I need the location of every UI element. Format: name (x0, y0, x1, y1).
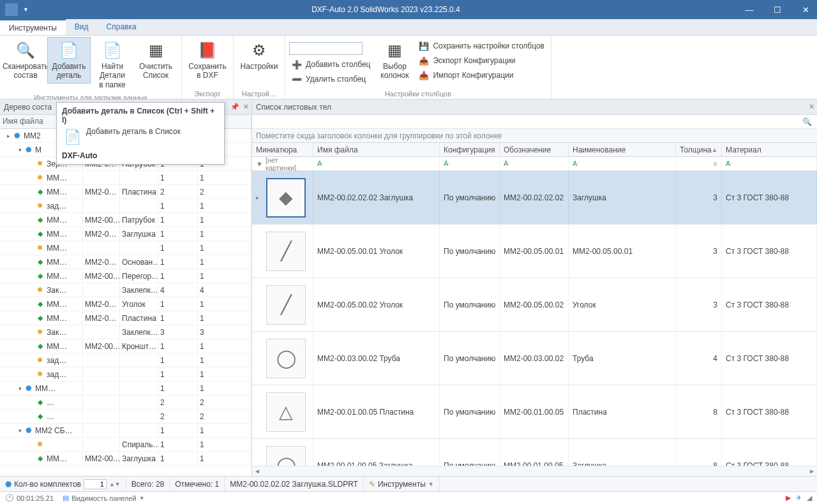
grid-row[interactable]: ◯MM2-00.03.00.02 ТрубаПо умолчаниюMM2-00… (252, 332, 817, 385)
ribbon-small-button[interactable]: 💾Сохранить настройки столбцов (416, 40, 547, 52)
grid-col-header[interactable]: Имя файла (313, 143, 440, 156)
tree-row[interactable]: ◆MM…MM2-0…Пластина22 (0, 185, 251, 199)
tree-row[interactable]: ◆MM…MM2-0…Основан…11 (0, 255, 251, 269)
tree-row[interactable]: ◆…22 (0, 396, 251, 410)
ribbon-button[interactable]: 🔍Сканироватьсостав (4, 37, 47, 84)
maximize-button[interactable]: ☐ (771, 5, 784, 15)
ribbon-button[interactable]: 📄Найти Деталив папке (91, 37, 134, 93)
tree-row[interactable]: ◆MM…MM2-00.…Заглушка11 (0, 452, 251, 466)
tree-row[interactable]: ✱MM…11 (0, 241, 251, 255)
grid-body[interactable]: ▸◆MM2-00.02.02.02 ЗаглушкаПо умолчаниюMM… (252, 171, 817, 466)
resize-grip-icon[interactable]: ◢ (807, 494, 812, 502)
panel-close-icon[interactable]: ✕ (243, 103, 249, 111)
filter-row: ▼[нет картинки]A⋅A⋅A⋅A⋅=A⋅ (252, 157, 817, 171)
chevron-down-icon: ▼ (139, 495, 145, 501)
filter-cell[interactable]: A⋅ (500, 157, 569, 170)
kits-input[interactable] (84, 479, 107, 489)
ribbon-button[interactable]: ⚙Настройки (237, 37, 281, 74)
sheet-panel-header: Список листовых тел ✕ (252, 100, 817, 115)
tree-row[interactable]: ◆…22 (0, 410, 251, 424)
filter-cell[interactable]: = (676, 157, 722, 170)
tree-row[interactable]: ◆MM…MM2-0…Пластина11 (0, 311, 251, 325)
filter-cell[interactable]: A⋅ (722, 157, 817, 170)
menu-tab-help[interactable]: Справка (98, 19, 146, 35)
ribbon-button[interactable]: ▦ОчиститьСписок (134, 37, 177, 84)
tree-row[interactable]: ✱Зак…Заклепк…44 (0, 283, 251, 297)
tree-row[interactable]: ◆MM…MM2-0…Заглушка11 (0, 227, 251, 241)
ribbon-button[interactable]: ▦Выборколонок (373, 37, 416, 84)
thumbnail: ◯ (266, 446, 306, 466)
ribbon-icon: ▦ (384, 40, 405, 61)
row-indicator-icon: ▸ (256, 194, 264, 201)
ribbon-small-button[interactable]: 📥Импорт Конфигурации (416, 69, 547, 82)
scroll-right-icon[interactable]: ► (807, 468, 817, 475)
filter-cell[interactable]: A⋅ (569, 157, 676, 170)
filter-cell[interactable]: A⋅ (440, 157, 500, 170)
panel-close-icon[interactable]: ✕ (809, 103, 814, 111)
ribbon-button[interactable]: 📄Добавитьдеталь (47, 37, 91, 84)
ribbon-small-button[interactable]: ➕Добавить столбец (289, 58, 373, 71)
expander-icon[interactable]: ▾ (17, 427, 24, 434)
expander-icon[interactable]: ▸ (5, 133, 12, 139)
tree-row[interactable]: ✱зад…11 (0, 353, 251, 367)
ribbon-small-button[interactable]: 📤Эскпорт Конфигурации (416, 54, 547, 67)
group-hint[interactable]: Поместите сюда заголовок колонки для гру… (252, 129, 817, 143)
grid-row[interactable]: △MM2-00.01.00.05 ПластинаПо умолчаниюMM2… (252, 385, 817, 439)
kit-icon: ⬣ (5, 480, 11, 489)
minimize-button[interactable]: — (743, 5, 756, 15)
tree-row[interactable]: ✱MM…11 (0, 171, 251, 185)
grid-col-header[interactable]: Наименование (569, 143, 676, 156)
grid-row[interactable]: ╱MM2-00.05.00.01 УголокПо умолчаниюMM2-0… (252, 225, 817, 278)
grid-col-header[interactable]: Толщина▲ (676, 143, 722, 156)
close-button[interactable]: ✕ (799, 5, 812, 15)
tree-row[interactable]: ▾⬣MM2 СБ…11 (0, 424, 251, 438)
tree-body[interactable]: ▸⬣MM2▾⬣M✱Зер…MM2-0…Патрубок11✱MM…11◆MM…M… (0, 129, 251, 476)
grid-col-header[interactable]: Миниатюра (252, 143, 313, 156)
telegram-icon[interactable]: ✈ (796, 494, 802, 502)
tools-icon: ✎ (369, 480, 375, 489)
grid-row[interactable]: ▸◆MM2-00.02.02.02 ЗаглушкаПо умолчаниюMM… (252, 171, 817, 225)
tree-row[interactable]: ◆MM…MM2-0…Уголок11 (0, 297, 251, 311)
node-icon: ◆ (35, 454, 45, 463)
filter-cell[interactable]: ▼[нет картинки] (252, 157, 313, 170)
grid-row[interactable]: ╱MM2-00.05.00.02 УголокПо умолчаниюMM2-0… (252, 278, 817, 332)
spinner-icon[interactable]: ▲▼ (109, 481, 121, 487)
filter-cell[interactable]: A⋅ (313, 157, 440, 170)
search-icon[interactable]: 🔍 (802, 117, 812, 126)
expander-icon[interactable]: ▾ (17, 147, 24, 153)
ribbon-group-label: Настройки столбцов (289, 89, 547, 99)
expander-icon[interactable]: ▾ (17, 385, 24, 392)
scroll-left-icon[interactable]: ◄ (252, 468, 262, 475)
grid-col-header[interactable]: Конфигурация (440, 143, 500, 156)
status-tools[interactable]: ✎ Инструменты ▼ (364, 477, 440, 491)
pin-icon[interactable]: 📌 (230, 103, 239, 111)
cell-material: Ст 3 ГОСТ 380-88 (722, 439, 817, 466)
menu-tab-tools[interactable]: Инструменты (0, 19, 66, 35)
h-scrollbar[interactable]: ◄ ► (252, 466, 817, 476)
panels-visibility[interactable]: ▤ Видимость панелей ▼ (63, 494, 145, 502)
grid-col-header[interactable]: Материал (722, 143, 817, 156)
tree-row[interactable]: ✱Спираль…11 (0, 438, 251, 452)
filter-type-icon: A⋅ (444, 159, 451, 168)
tree-row[interactable]: ▾⬣MM…11 (0, 382, 251, 396)
tree-row[interactable]: ◆MM…MM2-00.…Перегор…11 (0, 269, 251, 283)
menu-tab-view[interactable]: Вид (66, 19, 98, 35)
tree-row[interactable]: ✱Зак…Заклепк…33 (0, 325, 251, 339)
app-menu-arrow[interactable]: ▼ (23, 6, 29, 13)
ribbon-small-button[interactable]: ➖Удалить столбец (289, 73, 373, 85)
tree-row[interactable]: ✱зад…11 (0, 367, 251, 382)
cell-file: MM2-00.05.00.01 Уголок (313, 225, 440, 278)
tooltip-icon: 📄 (62, 127, 82, 147)
ribbon-button[interactable]: 📕Сохранитьв DXF (186, 37, 229, 84)
youtube-icon[interactable]: ▶ (786, 494, 791, 502)
tree-row[interactable]: ◆MM…MM2-00.…Патрубок11 (0, 213, 251, 227)
cell-config: По умолчанию (440, 278, 500, 331)
thumbnail: ╱ (266, 285, 306, 325)
grid-row[interactable]: ◯MM2 00 01 00 05 ЗаглушкаПо умолчаниюMM2… (252, 439, 817, 466)
tree-row[interactable]: ✱зад…11 (0, 199, 251, 213)
tree-row[interactable]: ◆MM…MM2-00.…Кроншт…11 (0, 339, 251, 353)
sheet-panel: Список листовых тел ✕ 🔍 Поместите сюда з… (252, 100, 817, 476)
grid-col-header[interactable]: Обозначение (500, 143, 569, 156)
node-icon: ⬣ (12, 131, 22, 140)
ribbon-combo[interactable] (289, 42, 363, 55)
